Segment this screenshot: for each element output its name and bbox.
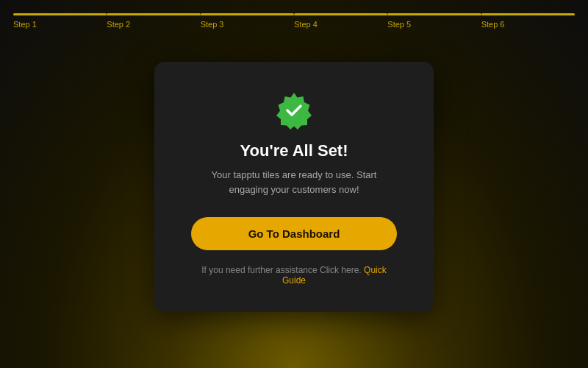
card-subtitle: Your tapptu tiles are ready to use. Star… bbox=[191, 168, 397, 197]
step-line-1 bbox=[13, 13, 107, 15]
dashboard-button[interactable]: Go To Dashboard bbox=[191, 217, 397, 250]
step-line-6 bbox=[481, 13, 575, 15]
completion-card: You're All Set! Your tapptu tiles are re… bbox=[154, 62, 434, 312]
help-text: If you need further assistance Click her… bbox=[191, 265, 397, 286]
step-label-5: Step 5 bbox=[387, 20, 411, 29]
step-item-3: Step 3 bbox=[201, 13, 294, 29]
step-label-6: Step 6 bbox=[481, 20, 505, 29]
step-label-4: Step 4 bbox=[294, 20, 318, 29]
step-item-4: Step 4 bbox=[294, 13, 387, 29]
stepper: Step 1Step 2Step 3Step 4Step 5Step 6 bbox=[0, 0, 588, 29]
step-item-2: Step 2 bbox=[107, 13, 200, 29]
step-item-5: Step 5 bbox=[387, 13, 481, 29]
step-line-4 bbox=[294, 13, 387, 15]
step-label-3: Step 3 bbox=[201, 20, 224, 29]
step-line-3 bbox=[201, 13, 294, 15]
step-line-2 bbox=[107, 13, 200, 15]
step-line-5 bbox=[387, 13, 481, 15]
step-item-1: Step 1 bbox=[13, 13, 107, 29]
step-label-1: Step 1 bbox=[13, 20, 37, 29]
main-area: You're All Set! Your tapptu tiles are re… bbox=[0, 29, 588, 345]
success-icon bbox=[275, 91, 313, 130]
help-text-prefix: If you need further assistance Click her… bbox=[201, 265, 361, 275]
step-item-6: Step 6 bbox=[481, 13, 575, 29]
step-label-2: Step 2 bbox=[107, 20, 130, 29]
card-title: You're All Set! bbox=[240, 141, 348, 160]
